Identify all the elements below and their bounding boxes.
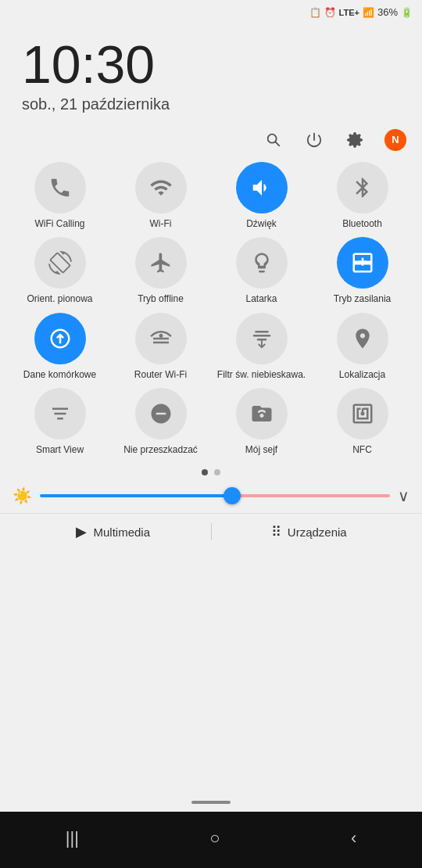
pagination-dot-1[interactable] <box>202 469 208 475</box>
status-icon-lte: LTE+ <box>339 8 359 17</box>
qs-location[interactable]: Lokalizacja <box>315 313 409 380</box>
qs-smart-view[interactable]: Smart View <box>13 388 107 455</box>
wifi-calling-label: WiFi Calling <box>34 218 84 229</box>
search-button[interactable] <box>263 129 284 151</box>
qs-airplane[interactable]: Tryb offline <box>113 237 208 304</box>
location-label: Lokalizacja <box>339 369 385 380</box>
sound-label: Dźwięk <box>246 218 277 229</box>
nfc-label: NFC <box>352 444 372 455</box>
qs-flashlight[interactable]: Latarka <box>214 237 309 304</box>
flashlight-icon-wrap <box>236 237 288 289</box>
qs-power-save[interactable]: Tryb zasilania <box>315 237 409 304</box>
secure-folder-icon-wrap <box>236 388 288 439</box>
airplane-icon-wrap <box>135 237 187 289</box>
qs-nfc[interactable]: NFC <box>315 388 409 455</box>
bluetooth-label: Bluetooth <box>342 218 382 229</box>
brightness-track[interactable] <box>40 494 390 497</box>
flashlight-label: Latarka <box>245 293 277 304</box>
toolbar: N <box>0 121 422 159</box>
qs-blue-filter[interactable]: Filtr św. niebieskawa. <box>214 313 309 380</box>
multimedia-icon: ▶ <box>76 523 87 540</box>
blue-filter-label: Filtr św. niebieskawa. <box>217 369 306 380</box>
location-icon-wrap <box>337 313 388 364</box>
svg-rect-3 <box>252 335 270 337</box>
qs-dnd[interactable]: Nie przeszkadzać <box>113 388 208 455</box>
time-display: 10:30 <box>22 35 400 94</box>
devices-icon: ⠿ <box>271 523 281 540</box>
svg-line-1 <box>275 142 279 145</box>
brightness-expand-button[interactable]: ∨ <box>398 486 409 505</box>
back-button[interactable]: ‹ <box>332 822 375 855</box>
status-bar: 📋 ⏰ LTE+ 📶 36% 🔋 <box>0 0 422 21</box>
brightness-thumb[interactable] <box>224 487 241 504</box>
home-button[interactable]: ○ <box>191 822 238 855</box>
devices-button[interactable]: ⠿ Urządzenia <box>212 523 407 540</box>
orientation-label: Orient. pionowa <box>27 293 92 304</box>
mobile-data-label: Dane komórkowe <box>23 369 96 380</box>
wifi-router-icon-wrap <box>135 313 187 364</box>
qs-sound[interactable]: Dźwięk <box>214 162 309 229</box>
smart-view-label: Smart View <box>36 444 84 455</box>
qs-mobile-data[interactable]: Dane komórkowe <box>13 313 107 380</box>
dnd-icon-wrap <box>135 388 187 439</box>
nfc-icon-wrap <box>337 388 388 439</box>
sound-icon-wrap <box>236 162 288 213</box>
wifi-router-label: Router Wi-Fi <box>134 369 187 380</box>
airplane-label: Tryb offline <box>138 293 184 304</box>
notif-label: N <box>392 134 399 145</box>
time-section: 10:30 sob., 21 października <box>0 21 422 121</box>
qs-secure-folder[interactable]: Mój sejf <box>214 388 309 455</box>
wifi-calling-icon-wrap <box>34 162 86 213</box>
multimedia-button[interactable]: ▶ Multimedia <box>16 523 211 540</box>
qs-wifi-calling[interactable]: WiFi Calling <box>13 162 107 229</box>
secure-folder-label: Mój sejf <box>245 444 277 455</box>
bottom-bar: ▶ Multimedia ⠿ Urządzenia <box>0 513 422 550</box>
wifi-icon-wrap <box>135 162 187 213</box>
status-icon-clipboard: 📋 <box>309 7 321 18</box>
smart-view-icon-wrap <box>34 388 86 439</box>
date-display: sob., 21 października <box>22 95 400 113</box>
power-button[interactable] <box>303 129 325 151</box>
mobile-data-icon-wrap <box>34 313 86 364</box>
nav-bar: ||| ○ ‹ <box>0 812 422 868</box>
pagination-dot-2[interactable] <box>214 469 220 475</box>
power-save-icon-wrap <box>337 237 388 289</box>
multimedia-label: Multimedia <box>93 525 150 539</box>
recent-apps-button[interactable]: ||| <box>47 822 98 855</box>
qs-orientation[interactable]: Orient. pionowa <box>13 237 107 304</box>
devices-label: Urządzenia <box>288 525 347 539</box>
pagination <box>0 463 422 482</box>
wifi-label: Wi-Fi <box>150 218 172 229</box>
status-icon-signal: 📶 <box>363 7 374 18</box>
battery-icon: 🔋 <box>401 7 413 18</box>
bluetooth-icon-wrap <box>337 162 388 213</box>
nav-handle <box>191 801 231 804</box>
dnd-label: Nie przeszkadzać <box>123 444 198 455</box>
quick-settings-grid: WiFi Calling Wi-Fi Dźwięk Bluetooth Orie… <box>0 159 422 464</box>
brightness-icon: ☀️ <box>13 486 32 505</box>
status-icon-alarm: ⏰ <box>324 7 336 18</box>
blue-filter-icon-wrap <box>236 313 288 364</box>
status-icons: 📋 ⏰ LTE+ 📶 36% 🔋 <box>309 6 413 18</box>
svg-rect-2 <box>255 331 269 333</box>
brightness-row: ☀️ ∨ <box>0 482 422 510</box>
power-save-label: Tryb zasilania <box>334 293 392 304</box>
battery-text: 36% <box>377 6 398 18</box>
qs-wifi[interactable]: Wi-Fi <box>113 162 208 229</box>
qs-wifi-router[interactable]: Router Wi-Fi <box>113 313 208 380</box>
orientation-icon-wrap <box>34 237 86 289</box>
settings-button[interactable] <box>344 129 366 151</box>
qs-bluetooth[interactable]: Bluetooth <box>315 162 409 229</box>
notifications-button[interactable]: N <box>384 129 406 151</box>
